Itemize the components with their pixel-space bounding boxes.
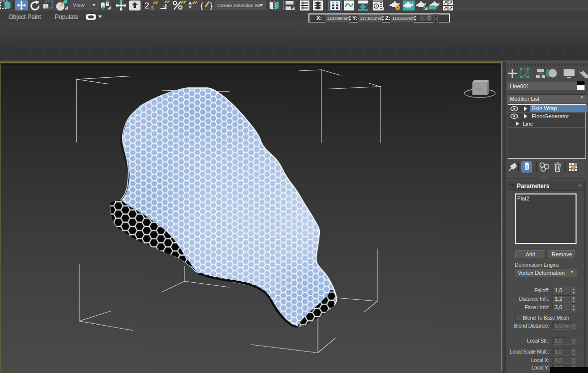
svg-text:Create Selection Se: Create Selection Se <box>217 2 261 8</box>
svg-text:.5: .5 <box>150 5 154 10</box>
svg-text:{: { <box>200 1 203 10</box>
svg-text:View: View <box>73 2 85 8</box>
svg-text:2: 2 <box>145 1 149 10</box>
svg-text:}: } <box>210 1 213 10</box>
svg-text:FRONT: FRONT <box>475 87 485 90</box>
